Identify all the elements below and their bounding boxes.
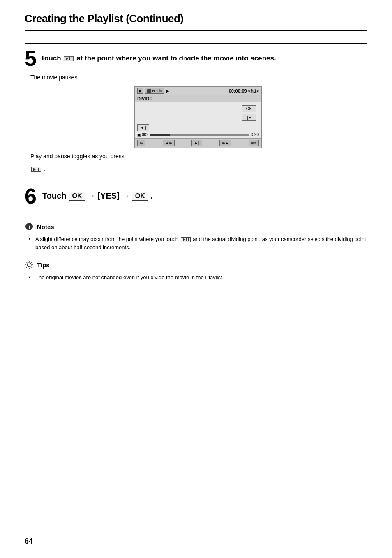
page-container: Creating the Playlist (Continued) 5 Touc… xyxy=(0,0,392,558)
step-6-yes: [YES] xyxy=(97,191,119,201)
note-play-pause-icon xyxy=(181,237,191,242)
play-pause-btn-icon xyxy=(64,56,74,61)
note-bars xyxy=(186,238,189,241)
cam-btn-back-loop: ◄⊕ xyxy=(163,140,175,146)
divider-top-6 xyxy=(25,181,367,181)
page-number: 64 xyxy=(25,537,33,546)
svg-line-7 xyxy=(26,262,27,263)
step-6-number: 6 xyxy=(25,185,37,207)
cam-scene-val: 002 xyxy=(142,132,149,137)
step-6-period: . xyxy=(151,191,153,201)
tips-header-label: Tips xyxy=(37,262,50,269)
cam-divide-label: DIVIDE xyxy=(135,95,261,102)
play-triangle-icon xyxy=(66,57,68,60)
caption-period: . xyxy=(44,166,45,172)
cam-back-pause-btn: ◄‖ xyxy=(137,124,149,131)
notes-header: i Notes xyxy=(25,222,367,231)
cam-icon-rec: ▶ xyxy=(137,88,143,94)
tips-item-1: The original movies are not changed even… xyxy=(29,273,367,282)
cam-time-right: 0:20 xyxy=(251,132,259,137)
cam-btn-fwd-loop: ⊕► xyxy=(219,140,231,146)
step-6-ok2: OK xyxy=(132,192,148,201)
cam-bottom-bar: ⊕ ◄⊕ ►‖ ⊕► ⊕≡ xyxy=(135,138,261,148)
step-5-body: The movie pauses. ▶ ⬛ 60min ▶ 00:00:09 <… xyxy=(25,74,367,173)
note-bar-2 xyxy=(188,238,189,241)
cam-play-indicator: ▶ xyxy=(166,88,169,94)
notes-section: i Notes A slight difference may occur fr… xyxy=(25,222,367,251)
step-6-block: 6 Touch OK → [YES] → OK . xyxy=(25,189,367,207)
step-5-subtext: The movie pauses. xyxy=(29,74,367,81)
play-tri-standalone xyxy=(33,168,36,171)
step-5-text-rest: at the point where you want to divide th… xyxy=(76,54,276,62)
pause-bar-2 xyxy=(71,57,71,60)
pause-bar-1 xyxy=(69,57,70,60)
notes-icon: i xyxy=(25,222,34,231)
step-5-caption: Play and pause toggles as you press xyxy=(29,153,367,160)
pause-bars-icon xyxy=(69,57,71,60)
pause-bar-standalone-2 xyxy=(38,168,39,171)
tips-icon xyxy=(25,260,34,269)
note-bar-1 xyxy=(186,238,187,241)
caption-text: Play and pause toggles as you press xyxy=(30,153,125,160)
cam-controls-right: OK ‖► xyxy=(239,104,259,123)
step-5-block: 5 Touch at the point where you want to d… xyxy=(25,51,367,173)
divider-bottom-6 xyxy=(25,212,367,212)
svg-line-10 xyxy=(26,267,27,268)
step-5-header: 5 Touch at the point where you want to d… xyxy=(25,51,367,69)
cam-ok-btn: OK xyxy=(242,105,256,112)
cam-top-bar: ▶ ⬛ 60min ▶ 00:00:09 <ñú> xyxy=(135,87,261,95)
step-5-text-touch: Touch xyxy=(41,54,61,62)
cam-btn-loop: ⊕ xyxy=(137,140,145,146)
pause-bars-standalone xyxy=(37,168,39,171)
play-pause-icon-standalone xyxy=(31,167,41,172)
notes-list: A slight difference may occur from the p… xyxy=(25,235,367,251)
page-title: Creating the Playlist (Continued) xyxy=(25,12,367,31)
tips-header: Tips xyxy=(25,260,367,269)
play-pause-standalone: . xyxy=(30,165,367,173)
step-6-header: 6 Touch OK → [YES] → OK . xyxy=(25,189,367,207)
cam-top-left: ▶ ⬛ 60min ▶ xyxy=(137,88,169,94)
svg-point-2 xyxy=(27,263,31,267)
cam-scene-icon: ▣ xyxy=(137,133,141,137)
note-tri xyxy=(183,238,185,241)
cam-fwd-pause-btn: ‖► xyxy=(242,114,256,121)
notes-item-1: A slight difference may occur from the p… xyxy=(29,235,367,251)
note-svg-icon: i xyxy=(25,222,33,231)
step-6-arrow2: → xyxy=(122,192,129,200)
pause-bar-standalone-1 xyxy=(37,168,37,171)
cam-timecode: 00:00:09 <ñú> xyxy=(229,88,259,93)
camera-ui-mockup: ▶ ⬛ 60min ▶ 00:00:09 <ñú> DIVIDE OK ‖► xyxy=(134,86,262,148)
tips-list: The original movies are not changed even… xyxy=(25,273,367,282)
step-6-touch: Touch xyxy=(42,191,67,201)
svg-text:i: i xyxy=(28,224,30,230)
notes-header-label: Notes xyxy=(37,223,54,230)
step-6-ok1: OK xyxy=(69,192,85,201)
tips-section: Tips The original movies are not changed… xyxy=(25,260,367,282)
step-6-arrow1: → xyxy=(88,192,95,200)
cam-scene-num: ▣ 002 xyxy=(137,132,149,137)
cam-left-ctrl-row: ◄‖ xyxy=(135,124,261,131)
cam-timeline: ▣ 002 0:20 xyxy=(135,131,261,138)
divider-top-5 xyxy=(25,43,367,44)
svg-line-8 xyxy=(31,267,32,268)
step-5-text: Touch at the point where you want to div… xyxy=(41,51,367,63)
cam-progress-bar xyxy=(150,134,249,136)
step-5-number: 5 xyxy=(25,48,37,69)
step-6-content: Touch OK → [YES] → OK . xyxy=(41,189,153,201)
cam-icon-tape: ⬛ 60min xyxy=(145,88,164,94)
cam-progress-fill xyxy=(150,134,170,136)
cam-btn-play-pause: ►‖ xyxy=(191,140,202,146)
cam-btn-menu: ⊕≡ xyxy=(249,140,259,146)
svg-line-9 xyxy=(31,262,32,263)
tips-svg-icon xyxy=(25,260,34,269)
